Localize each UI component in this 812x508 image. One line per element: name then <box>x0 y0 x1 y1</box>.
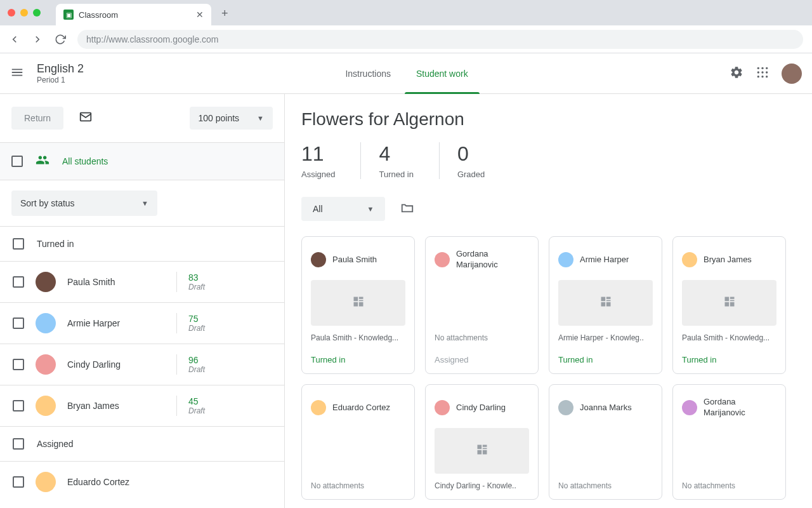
card-avatar <box>435 252 450 267</box>
checkbox[interactable] <box>13 359 24 370</box>
tab-instructions[interactable]: Instructions <box>345 53 391 93</box>
stat-number: 0 <box>457 142 485 166</box>
svg-rect-28 <box>477 450 481 455</box>
checkbox[interactable] <box>13 476 24 488</box>
return-button[interactable]: Return <box>11 107 63 130</box>
svg-point-3 <box>757 71 759 73</box>
checkbox[interactable] <box>13 276 24 288</box>
student-name: Cindy Darling <box>67 359 165 370</box>
svg-rect-13 <box>353 302 358 307</box>
settings-icon[interactable] <box>730 65 743 82</box>
student-card[interactable]: Bryan James Paula Smith - Knowledg...Tur… <box>672 236 786 374</box>
student-card[interactable]: Gordana Marijanovic No attachmentsAssign… <box>425 236 539 374</box>
attachment-thumbnail <box>558 428 653 474</box>
new-tab-button[interactable]: + <box>221 7 228 20</box>
checkbox[interactable] <box>13 318 24 329</box>
stat[interactable]: 0 Graded <box>457 142 510 179</box>
attachment-thumbnail <box>682 280 776 326</box>
svg-rect-17 <box>606 300 610 302</box>
address-bar: http://www.classroom.google.com <box>0 25 812 53</box>
student-card[interactable]: Cindy Darling Cindy Darling - Knowle.. <box>425 384 539 500</box>
student-card[interactable]: Joanna Marks No attachments <box>549 384 662 500</box>
card-avatar <box>558 252 573 267</box>
people-icon <box>36 153 49 170</box>
main-content: Flowers for Algernon 11 Assigned4 Turned… <box>285 94 812 508</box>
back-button[interactable] <box>9 34 20 45</box>
student-row[interactable]: Armie Harper 75 Draft <box>0 302 284 344</box>
attachment-thumbnail <box>311 280 405 326</box>
student-row[interactable]: Paula Smith 83 Draft <box>0 261 284 302</box>
checkbox[interactable] <box>13 438 24 450</box>
card-avatar <box>682 252 697 267</box>
svg-rect-22 <box>730 300 734 302</box>
student-name: Bryan James <box>67 401 165 411</box>
menu-icon[interactable] <box>10 65 24 82</box>
doc-icon <box>723 295 736 311</box>
class-info[interactable]: English 2 Period 1 <box>37 62 84 84</box>
forward-button[interactable] <box>32 34 43 45</box>
svg-point-7 <box>761 76 763 77</box>
header-right <box>730 64 802 84</box>
close-window[interactable] <box>8 9 15 17</box>
sort-label: Sort by status <box>20 198 75 208</box>
card-status: Turned in <box>558 355 653 364</box>
draft-label: Draft <box>188 365 272 374</box>
folder-icon[interactable] <box>400 201 414 217</box>
card-avatar <box>311 400 326 415</box>
attachment-thumbnail <box>435 428 529 474</box>
svg-point-1 <box>761 67 763 69</box>
stat-label: Turned in <box>379 170 413 179</box>
select-all-checkbox[interactable] <box>11 156 23 167</box>
sort-select[interactable]: Sort by status ▼ <box>11 190 157 216</box>
svg-rect-11 <box>358 297 363 299</box>
svg-point-6 <box>757 76 759 77</box>
maximize-window[interactable] <box>33 9 41 17</box>
student-card[interactable]: Armie Harper Armie Harper - Knowleg..Tur… <box>549 236 662 374</box>
tab-title: Classroom <box>79 10 191 20</box>
score-value: 83 <box>188 272 272 283</box>
attachment-label: No attachments <box>682 481 776 490</box>
card-header: Gordana Marijanovic <box>435 246 529 274</box>
minimize-window[interactable] <box>20 9 28 17</box>
svg-rect-21 <box>730 297 734 299</box>
stat[interactable]: 11 Assigned <box>301 142 361 179</box>
svg-rect-23 <box>724 302 729 307</box>
checkbox[interactable] <box>13 400 24 411</box>
doc-icon <box>599 295 612 311</box>
svg-point-2 <box>766 67 768 69</box>
attachment-label: Paula Smith - Knowledg... <box>311 333 405 342</box>
app-header: English 2 Period 1 Instructions Student … <box>0 53 812 94</box>
student-card[interactable]: Gordana Marijanovic No attachments <box>672 384 786 500</box>
student-row[interactable]: Bryan James 45 Draft <box>0 385 284 426</box>
all-students-row[interactable]: All students <box>0 142 284 180</box>
card-status: Assigned <box>435 355 529 364</box>
header-tabs: Instructions Student work <box>84 53 730 93</box>
student-row[interactable]: Cindy Darling 96 Draft <box>0 344 284 385</box>
student-avatar <box>36 472 56 492</box>
filter-select[interactable]: All ▼ <box>301 197 385 221</box>
close-tab-icon[interactable]: ✕ <box>196 10 204 20</box>
account-avatar[interactable] <box>782 64 802 84</box>
points-select[interactable]: 100 points ▼ <box>190 107 273 130</box>
student-row[interactable]: Eduardo Cortez <box>0 461 284 502</box>
apps-icon[interactable] <box>756 66 769 81</box>
student-card[interactable]: Paula Smith Paula Smith - Knowledg...Tur… <box>301 236 415 374</box>
student-card[interactable]: Eduardo Cortez No attachments <box>301 384 415 500</box>
email-icon[interactable] <box>79 110 93 126</box>
window-controls <box>8 9 41 17</box>
student-name: Paula Smith <box>67 277 165 287</box>
checkbox[interactable] <box>13 238 24 250</box>
svg-point-8 <box>766 76 768 77</box>
tab-student-work[interactable]: Student work <box>416 53 468 93</box>
svg-point-0 <box>757 67 759 69</box>
svg-rect-15 <box>601 297 605 302</box>
url-input[interactable]: http://www.classroom.google.com <box>77 30 803 49</box>
section-label: Turned in <box>37 239 74 249</box>
svg-rect-27 <box>482 448 487 450</box>
stat[interactable]: 4 Turned in <box>379 142 439 179</box>
browser-tab[interactable]: ▣ Classroom ✕ <box>56 4 211 25</box>
score-column: 75 Draft <box>176 313 272 333</box>
student-avatar <box>36 313 56 333</box>
reload-button[interactable] <box>55 34 66 45</box>
score-column: 96 Draft <box>176 354 272 375</box>
